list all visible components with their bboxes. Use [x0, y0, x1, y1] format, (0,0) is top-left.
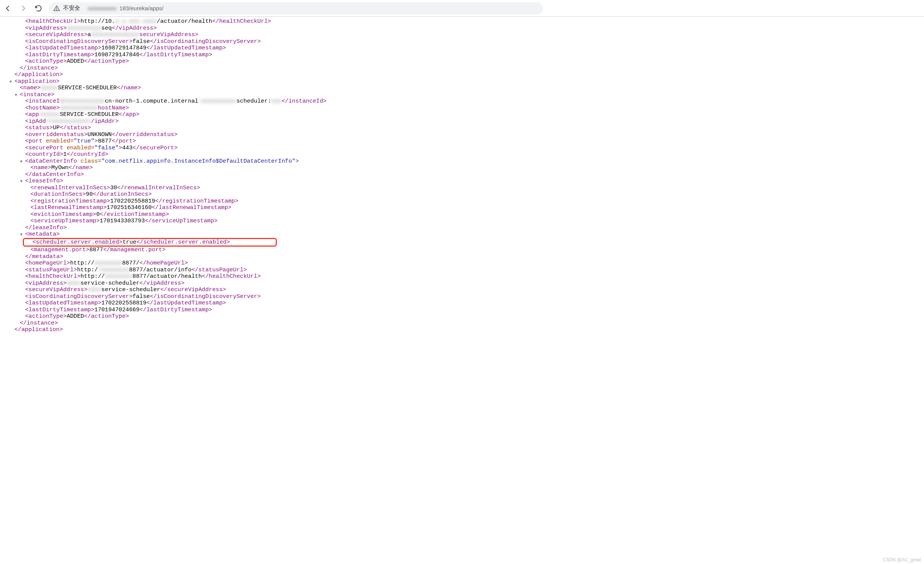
xml-close-application[interactable]: </application> [4, 71, 924, 78]
insecure-icon [53, 5, 60, 12]
address-bar[interactable]: 不安全 xxxxxxxxxx 183/eureka/apps/ [49, 2, 543, 14]
caret-icon[interactable] [20, 158, 25, 163]
caret-icon[interactable] [10, 79, 14, 83]
xml-line[interactable]: <hostName>xxxxxxxxxxxhostName> [4, 105, 924, 112]
xml-line[interactable]: <ipAddr>xxxxxxxxxx</ipAddr> [4, 118, 924, 125]
xml-line[interactable]: <renewalIntervalInSecs>30</renewalInterv… [4, 185, 924, 192]
xml-line-highlighted[interactable]: <scheduler.server.enabled>true</schedule… [4, 238, 924, 247]
xml-close-instance[interactable]: </instance> [4, 320, 924, 327]
caret-icon[interactable] [20, 178, 25, 183]
xml-line[interactable]: <healthCheckUrl>http://xxxxxxxx8877/actu… [4, 273, 924, 280]
xml-line[interactable]: <serviceUpTimestamp>1701943303793</servi… [4, 218, 924, 225]
xml-line[interactable]: <statusPageUrl>http://xxxxxxxx8877/actua… [4, 267, 924, 274]
xml-line[interactable]: <name>xxxxxSERVICE-SCHEDULER</name> [4, 85, 924, 92]
xml-line[interactable]: <status>UP</status> [4, 125, 924, 131]
caret-icon[interactable] [20, 231, 25, 236]
highlight-box: <scheduler.server.enabled>true</schedule… [23, 238, 277, 247]
xml-open-leaseinfo[interactable]: <leaseInfo> [4, 178, 924, 185]
xml-line[interactable]: <registrationTimestamp>1702202558819</re… [4, 198, 924, 205]
xml-close-datacenterinfo[interactable]: </dataCenterInfo> [4, 171, 924, 178]
xml-line[interactable]: <actionType>ADDED</actionType> [4, 313, 924, 320]
xml-line[interactable]: <actionType>ADDED</actionType> [4, 58, 924, 65]
xml-line[interactable]: <management.port>8877</management.port> [4, 247, 924, 253]
xml-line[interactable]: <lastUpdatedTimestamp>1698729147849</las… [4, 45, 924, 52]
xml-line[interactable]: <lastDirtyTimestamp>1698729147846</lastD… [4, 52, 924, 59]
xml-close-instance[interactable]: </instance> [4, 65, 924, 72]
xml-line[interactable]: <overriddenstatus>UNKNOWN</overriddensta… [4, 131, 924, 138]
xml-close-leaseinfo[interactable]: </leaseInfo> [4, 225, 924, 231]
xml-line[interactable]: <healthCheckUrl>http://10.x.x.xxx.xxxx/a… [4, 18, 924, 25]
forward-button[interactable] [18, 3, 28, 13]
xml-line[interactable]: <homePageUrl>http://xxxxxxxx8877/</homeP… [4, 260, 924, 267]
xml-line[interactable]: <lastDirtyTimestamp>1701947024669</lastD… [4, 307, 924, 314]
xml-close-metadata[interactable]: </metadata> [4, 253, 924, 260]
xml-line[interactable]: <secureVipAddress>axxxxxxxxxxxxxxsecureV… [4, 32, 924, 38]
url-host-blurred: xxxxxxxxxx [88, 5, 116, 11]
browser-toolbar: 不安全 xxxxxxxxxx 183/eureka/apps/ [0, 0, 924, 17]
xml-line[interactable]: <app>xxxxxSERVICE-SCHEDULER</app> [4, 111, 924, 118]
insecure-label: 不安全 [63, 5, 80, 12]
xml-open-instance[interactable]: <instance> [4, 92, 924, 98]
xml-open-metadata[interactable]: <metadata> [4, 231, 924, 238]
xml-line[interactable]: <isCoordinatingDiscoveryServer>false</is… [4, 38, 924, 45]
xml-line[interactable]: <port enabled="true">8877</port> [4, 138, 924, 145]
reload-button[interactable] [33, 3, 43, 13]
xml-line[interactable]: <isCoordinatingDiscoveryServer>false</is… [4, 293, 924, 300]
xml-line[interactable]: <lastUpdatedTimestamp>1702202558819</las… [4, 300, 924, 307]
xml-line[interactable]: <securePort enabled="false">443</secureP… [4, 145, 924, 152]
xml-line[interactable]: <secureVipAddress>xxxxservice-scheduler<… [4, 287, 924, 293]
xml-open-application[interactable]: <application> [4, 78, 924, 85]
caret-icon[interactable] [15, 92, 19, 97]
xml-line[interactable]: <lastRenewalTimestamp>1702516346160</las… [4, 204, 924, 211]
xml-open-datacenterinfo[interactable]: <dataCenterInfo class="com.netflix.appin… [4, 158, 924, 165]
xml-line[interactable]: <instanceId>xxxxxxxxxxxcn-north-1.comput… [4, 98, 924, 105]
svg-point-0 [56, 10, 57, 10]
xml-line[interactable]: <name>MyOwn</name> [4, 165, 924, 171]
xml-close-application[interactable]: </application> [4, 326, 924, 333]
xml-line[interactable]: <vipAddress>xxxxxxxxxxseq</vipAddress> [4, 25, 924, 32]
xml-line[interactable]: <countryId>1</countryId> [4, 151, 924, 158]
xml-line[interactable]: <evictionTimestamp>0</evictionTimestamp> [4, 211, 924, 218]
url-path: 183/eureka/apps/ [119, 5, 164, 11]
xml-line[interactable]: <vipAddress>xxxxservice-scheduler</vipAd… [4, 280, 924, 287]
back-button[interactable] [3, 3, 13, 13]
xml-tree-viewer: <healthCheckUrl>http://10.x.x.xxx.xxxx/a… [0, 17, 924, 341]
xml-line[interactable]: <durationInSecs>90</durationInSecs> [4, 191, 924, 198]
